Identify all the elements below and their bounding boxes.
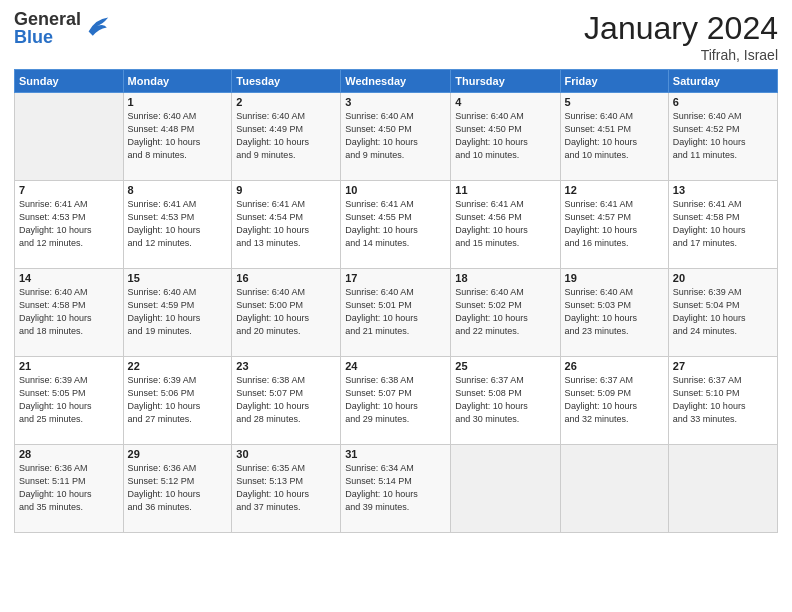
table-row: 7Sunrise: 6:41 AMSunset: 4:53 PMDaylight… xyxy=(15,181,124,269)
day-number: 7 xyxy=(19,184,119,196)
table-row: 21Sunrise: 6:39 AMSunset: 5:05 PMDayligh… xyxy=(15,357,124,445)
table-row: 15Sunrise: 6:40 AMSunset: 4:59 PMDayligh… xyxy=(123,269,232,357)
day-number: 8 xyxy=(128,184,228,196)
day-info: Sunrise: 6:34 AMSunset: 5:14 PMDaylight:… xyxy=(345,462,446,514)
day-info: Sunrise: 6:40 AMSunset: 4:48 PMDaylight:… xyxy=(128,110,228,162)
table-row: 10Sunrise: 6:41 AMSunset: 4:55 PMDayligh… xyxy=(341,181,451,269)
calendar-week-row: 21Sunrise: 6:39 AMSunset: 5:05 PMDayligh… xyxy=(15,357,778,445)
day-info: Sunrise: 6:40 AMSunset: 4:52 PMDaylight:… xyxy=(673,110,773,162)
col-saturday: Saturday xyxy=(668,70,777,93)
day-info: Sunrise: 6:35 AMSunset: 5:13 PMDaylight:… xyxy=(236,462,336,514)
logo-bird-icon xyxy=(83,12,111,40)
day-number: 13 xyxy=(673,184,773,196)
col-wednesday: Wednesday xyxy=(341,70,451,93)
day-info: Sunrise: 6:40 AMSunset: 4:50 PMDaylight:… xyxy=(455,110,555,162)
day-info: Sunrise: 6:37 AMSunset: 5:09 PMDaylight:… xyxy=(565,374,664,426)
col-tuesday: Tuesday xyxy=(232,70,341,93)
calendar-week-row: 28Sunrise: 6:36 AMSunset: 5:11 PMDayligh… xyxy=(15,445,778,533)
table-row: 16Sunrise: 6:40 AMSunset: 5:00 PMDayligh… xyxy=(232,269,341,357)
calendar-table: Sunday Monday Tuesday Wednesday Thursday… xyxy=(14,69,778,533)
table-row: 27Sunrise: 6:37 AMSunset: 5:10 PMDayligh… xyxy=(668,357,777,445)
day-number: 12 xyxy=(565,184,664,196)
day-info: Sunrise: 6:40 AMSunset: 4:58 PMDaylight:… xyxy=(19,286,119,338)
table-row: 4Sunrise: 6:40 AMSunset: 4:50 PMDaylight… xyxy=(451,93,560,181)
day-number: 18 xyxy=(455,272,555,284)
day-number: 19 xyxy=(565,272,664,284)
day-info: Sunrise: 6:39 AMSunset: 5:04 PMDaylight:… xyxy=(673,286,773,338)
day-info: Sunrise: 6:41 AMSunset: 4:53 PMDaylight:… xyxy=(128,198,228,250)
table-row: 8Sunrise: 6:41 AMSunset: 4:53 PMDaylight… xyxy=(123,181,232,269)
day-info: Sunrise: 6:37 AMSunset: 5:08 PMDaylight:… xyxy=(455,374,555,426)
table-row xyxy=(668,445,777,533)
table-row: 20Sunrise: 6:39 AMSunset: 5:04 PMDayligh… xyxy=(668,269,777,357)
header: General Blue January 2024 Tifrah, Israel xyxy=(14,10,778,63)
table-row: 13Sunrise: 6:41 AMSunset: 4:58 PMDayligh… xyxy=(668,181,777,269)
day-info: Sunrise: 6:41 AMSunset: 4:55 PMDaylight:… xyxy=(345,198,446,250)
day-number: 31 xyxy=(345,448,446,460)
calendar-week-row: 7Sunrise: 6:41 AMSunset: 4:53 PMDaylight… xyxy=(15,181,778,269)
table-row: 17Sunrise: 6:40 AMSunset: 5:01 PMDayligh… xyxy=(341,269,451,357)
day-info: Sunrise: 6:40 AMSunset: 4:50 PMDaylight:… xyxy=(345,110,446,162)
calendar-week-row: 1Sunrise: 6:40 AMSunset: 4:48 PMDaylight… xyxy=(15,93,778,181)
table-row: 11Sunrise: 6:41 AMSunset: 4:56 PMDayligh… xyxy=(451,181,560,269)
table-row: 31Sunrise: 6:34 AMSunset: 5:14 PMDayligh… xyxy=(341,445,451,533)
day-number: 9 xyxy=(236,184,336,196)
table-row: 5Sunrise: 6:40 AMSunset: 4:51 PMDaylight… xyxy=(560,93,668,181)
day-number: 14 xyxy=(19,272,119,284)
day-info: Sunrise: 6:40 AMSunset: 4:51 PMDaylight:… xyxy=(565,110,664,162)
col-thursday: Thursday xyxy=(451,70,560,93)
day-number: 25 xyxy=(455,360,555,372)
calendar-week-row: 14Sunrise: 6:40 AMSunset: 4:58 PMDayligh… xyxy=(15,269,778,357)
table-row: 9Sunrise: 6:41 AMSunset: 4:54 PMDaylight… xyxy=(232,181,341,269)
day-number: 20 xyxy=(673,272,773,284)
day-number: 17 xyxy=(345,272,446,284)
day-number: 27 xyxy=(673,360,773,372)
day-number: 24 xyxy=(345,360,446,372)
table-row: 25Sunrise: 6:37 AMSunset: 5:08 PMDayligh… xyxy=(451,357,560,445)
table-row xyxy=(560,445,668,533)
day-number: 6 xyxy=(673,96,773,108)
day-number: 3 xyxy=(345,96,446,108)
table-row xyxy=(15,93,124,181)
day-info: Sunrise: 6:41 AMSunset: 4:56 PMDaylight:… xyxy=(455,198,555,250)
calendar-header-row: Sunday Monday Tuesday Wednesday Thursday… xyxy=(15,70,778,93)
day-number: 4 xyxy=(455,96,555,108)
table-row: 28Sunrise: 6:36 AMSunset: 5:11 PMDayligh… xyxy=(15,445,124,533)
day-info: Sunrise: 6:39 AMSunset: 5:06 PMDaylight:… xyxy=(128,374,228,426)
day-info: Sunrise: 6:40 AMSunset: 5:02 PMDaylight:… xyxy=(455,286,555,338)
col-sunday: Sunday xyxy=(15,70,124,93)
logo: General Blue xyxy=(14,10,111,46)
day-info: Sunrise: 6:36 AMSunset: 5:11 PMDaylight:… xyxy=(19,462,119,514)
day-info: Sunrise: 6:40 AMSunset: 5:01 PMDaylight:… xyxy=(345,286,446,338)
day-number: 11 xyxy=(455,184,555,196)
col-monday: Monday xyxy=(123,70,232,93)
day-number: 16 xyxy=(236,272,336,284)
day-info: Sunrise: 6:41 AMSunset: 4:57 PMDaylight:… xyxy=(565,198,664,250)
day-info: Sunrise: 6:40 AMSunset: 4:59 PMDaylight:… xyxy=(128,286,228,338)
day-number: 22 xyxy=(128,360,228,372)
day-number: 5 xyxy=(565,96,664,108)
table-row: 26Sunrise: 6:37 AMSunset: 5:09 PMDayligh… xyxy=(560,357,668,445)
table-row: 22Sunrise: 6:39 AMSunset: 5:06 PMDayligh… xyxy=(123,357,232,445)
title-block: January 2024 Tifrah, Israel xyxy=(584,10,778,63)
day-number: 15 xyxy=(128,272,228,284)
table-row: 29Sunrise: 6:36 AMSunset: 5:12 PMDayligh… xyxy=(123,445,232,533)
day-info: Sunrise: 6:41 AMSunset: 4:54 PMDaylight:… xyxy=(236,198,336,250)
day-info: Sunrise: 6:39 AMSunset: 5:05 PMDaylight:… xyxy=(19,374,119,426)
table-row: 12Sunrise: 6:41 AMSunset: 4:57 PMDayligh… xyxy=(560,181,668,269)
table-row: 19Sunrise: 6:40 AMSunset: 5:03 PMDayligh… xyxy=(560,269,668,357)
table-row: 14Sunrise: 6:40 AMSunset: 4:58 PMDayligh… xyxy=(15,269,124,357)
day-info: Sunrise: 6:37 AMSunset: 5:10 PMDaylight:… xyxy=(673,374,773,426)
table-row: 2Sunrise: 6:40 AMSunset: 4:49 PMDaylight… xyxy=(232,93,341,181)
day-info: Sunrise: 6:36 AMSunset: 5:12 PMDaylight:… xyxy=(128,462,228,514)
day-number: 2 xyxy=(236,96,336,108)
day-number: 21 xyxy=(19,360,119,372)
logo-blue-text: Blue xyxy=(14,28,81,46)
day-number: 28 xyxy=(19,448,119,460)
location: Tifrah, Israel xyxy=(584,47,778,63)
month-title: January 2024 xyxy=(584,10,778,47)
day-info: Sunrise: 6:40 AMSunset: 5:00 PMDaylight:… xyxy=(236,286,336,338)
day-number: 1 xyxy=(128,96,228,108)
day-number: 10 xyxy=(345,184,446,196)
table-row: 3Sunrise: 6:40 AMSunset: 4:50 PMDaylight… xyxy=(341,93,451,181)
